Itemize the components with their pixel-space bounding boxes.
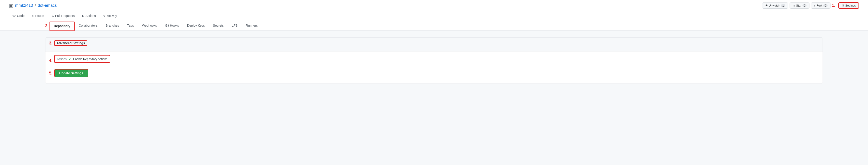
fork-button[interactable]: ⑂ Fork 0: [811, 2, 831, 8]
nav-bar: <> Code ○ Issues ⇅ Pull Requests ▶ Actio…: [0, 11, 868, 21]
code-icon: <>: [12, 14, 16, 18]
tab-secrets[interactable]: Secrets: [209, 21, 228, 30]
top-bar: ▣ mmk2410 / dot-emacs 👁 Unwatch 1 ☆ Star…: [0, 0, 868, 11]
section-header: 3. Advanced Settings: [45, 38, 823, 52]
pull-requests-icon: ⇅: [51, 14, 54, 18]
repo-owner-link[interactable]: mmk2410: [15, 3, 33, 8]
enable-actions-label: Enable Repository Actions: [73, 57, 107, 61]
repo-title: ▣ mmk2410 / dot-emacs: [9, 3, 57, 8]
star-label: Star: [796, 4, 802, 7]
nav-pull-requests[interactable]: ⇅ Pull Requests: [48, 11, 78, 21]
tab-collaborators[interactable]: Collaborators: [74, 21, 101, 30]
actions-enable-row: Actions ✓ Enable Repository Actions: [54, 55, 110, 63]
star-button[interactable]: ☆ Star 0: [789, 2, 810, 8]
unwatch-icon: 👁: [765, 4, 768, 7]
step4-label: 4.: [49, 59, 53, 63]
checkmark-icon: ✓: [68, 57, 71, 61]
nav-code-label: Code: [17, 14, 24, 18]
nav-activity-label: Activity: [107, 14, 117, 18]
star-count: 0: [802, 4, 807, 7]
unwatch-label: Unwatch: [769, 4, 780, 7]
actions-icon: ▶: [82, 14, 84, 18]
nav-issues-label: Issues: [35, 14, 44, 18]
step5-row: 5. Update Settings: [49, 69, 819, 77]
settings-nav: 2. Repository Collaborators Branches Tag…: [0, 21, 868, 31]
issues-icon: ○: [32, 14, 34, 18]
tab-branches[interactable]: Branches: [101, 21, 123, 30]
advanced-settings-title: Advanced Settings: [57, 41, 85, 45]
nav-actions-label: Actions: [86, 14, 96, 18]
nav-pr-label: Pull Requests: [55, 14, 74, 18]
step1-label: 1.: [832, 3, 835, 8]
top-actions: 👁 Unwatch 1 ☆ Star 0 ⑂ Fork 0 1. ⚙ Setti…: [762, 2, 859, 9]
fork-count: 0: [823, 4, 828, 7]
activity-icon: ∿: [103, 14, 106, 18]
settings-label: Settings: [845, 4, 856, 7]
fork-label: Fork: [816, 4, 822, 7]
nav-code[interactable]: <> Code: [9, 11, 28, 21]
step4-row: 4. Actions ✓ Enable Repository Actions: [49, 55, 819, 66]
tab-deploy-keys[interactable]: Deploy Keys: [183, 21, 209, 30]
step2-label: 2.: [45, 24, 49, 28]
tab-webhooks[interactable]: Webhooks: [138, 21, 161, 30]
repo-name-link[interactable]: dot-emacs: [38, 3, 57, 8]
advanced-settings-title-box: Advanced Settings: [54, 40, 87, 46]
section-body: 4. Actions ✓ Enable Repository Actions 5…: [45, 52, 823, 84]
tab-runners[interactable]: Runners: [242, 21, 262, 30]
settings-button[interactable]: ⚙ Settings: [838, 2, 859, 9]
tab-lfs[interactable]: LFS: [228, 21, 242, 30]
unwatch-count: 1: [781, 4, 785, 7]
nav-issues[interactable]: ○ Issues: [29, 11, 47, 21]
step3-label: 3.: [49, 41, 53, 45]
star-icon: ☆: [793, 4, 795, 7]
main-content: 3. Advanced Settings 4. Actions ✓ Enable…: [0, 31, 868, 121]
fork-icon: ⑂: [814, 4, 815, 7]
tab-repository[interactable]: Repository: [50, 21, 74, 31]
repo-separator: /: [35, 3, 36, 8]
nav-actions[interactable]: ▶ Actions: [79, 11, 99, 21]
unwatch-button[interactable]: 👁 Unwatch 1: [762, 2, 788, 8]
advanced-settings-section: 3. Advanced Settings 4. Actions ✓ Enable…: [45, 37, 823, 84]
tab-tags[interactable]: Tags: [123, 21, 138, 30]
settings-icon: ⚙: [842, 4, 844, 7]
update-settings-button[interactable]: Update Settings: [54, 69, 88, 77]
tab-git-hooks[interactable]: Git Hooks: [161, 21, 183, 30]
step3-row: 3. Advanced Settings: [49, 40, 819, 46]
step5-label: 5.: [49, 71, 53, 76]
nav-activity[interactable]: ∿ Activity: [100, 11, 120, 21]
repo-icon: ▣: [9, 3, 13, 8]
actions-label: Actions: [57, 57, 67, 61]
